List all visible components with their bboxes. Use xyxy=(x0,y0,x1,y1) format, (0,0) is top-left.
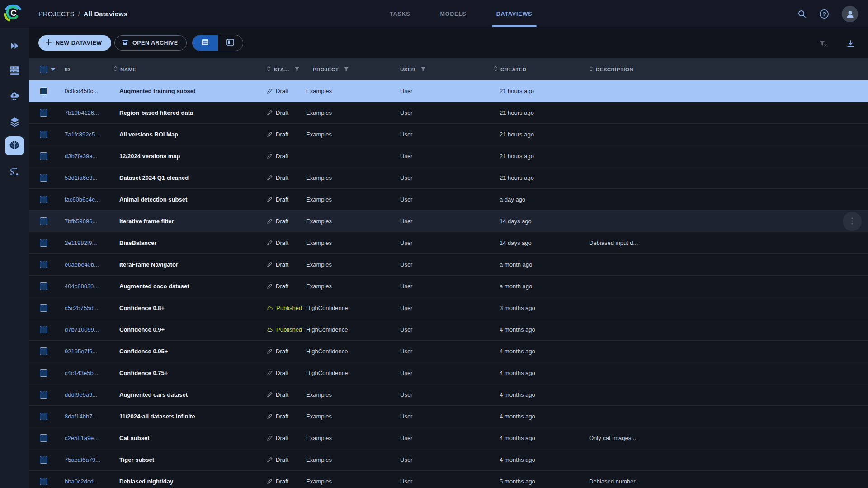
row-checkbox[interactable] xyxy=(40,131,47,138)
row-id-link[interactable]: d3b7fe39a... xyxy=(65,153,97,160)
sidebar-item-cloud-sync[interactable] xyxy=(4,86,25,108)
row-id-link[interactable]: fac60b6c4e... xyxy=(65,196,100,203)
table-row[interactable]: c4c143e5b...Confidence 0.75+DraftHighCon… xyxy=(29,362,868,384)
row-checkbox[interactable] xyxy=(40,434,47,442)
table-row[interactable]: 7bfb59096...Iterative frame filterDraftE… xyxy=(29,211,868,232)
table-row[interactable]: e0aebe40b...IteraFrame NavigatorDraftExa… xyxy=(29,254,868,276)
row-id-link[interactable]: 2e11982f9... xyxy=(65,239,97,246)
row-id-link[interactable]: c2e581a9e... xyxy=(65,435,99,441)
row-checkbox[interactable] xyxy=(40,196,47,203)
row-checkbox[interactable] xyxy=(40,152,47,160)
column-label-project: PROJECT xyxy=(313,67,339,72)
row-checkbox[interactable] xyxy=(40,239,47,247)
row-checkbox[interactable] xyxy=(40,478,47,485)
column-header-id[interactable]: ID xyxy=(58,67,113,72)
table-row[interactable]: dddf9e5a9...Augmented cars datasetDraftE… xyxy=(29,384,868,406)
funnel-icon[interactable] xyxy=(344,66,349,73)
column-header-user[interactable]: USER xyxy=(393,66,493,73)
row-id-link[interactable]: 7a1fc892c5... xyxy=(65,131,100,138)
row-id-link[interactable]: 75acaf6a79... xyxy=(65,456,100,463)
row-checkbox[interactable] xyxy=(40,174,47,182)
sort-icon[interactable] xyxy=(494,66,498,73)
row-id-link[interactable]: 92195e7f6... xyxy=(65,348,97,355)
row-id-link[interactable]: 8daf14bb7... xyxy=(65,413,97,420)
row-checkbox[interactable] xyxy=(40,456,47,464)
row-project: HighConfidence xyxy=(306,370,393,376)
row-id-link[interactable]: 53d1fa6e3... xyxy=(65,174,97,181)
row-checkbox[interactable] xyxy=(40,109,47,117)
sort-icon[interactable] xyxy=(589,66,593,73)
row-checkbox[interactable] xyxy=(40,217,47,225)
column-header-description[interactable]: DESCRIPTION xyxy=(582,66,868,73)
row-actions-button[interactable] xyxy=(843,212,862,231)
search-icon[interactable] xyxy=(797,9,807,19)
row-checkbox[interactable] xyxy=(40,347,47,355)
table-row[interactable]: 92195e7f6...Confidence 0.95+DraftHighCon… xyxy=(29,341,868,362)
row-id-link[interactable]: 7bfb59096... xyxy=(65,218,97,225)
breadcrumb-projects[interactable]: PROJECTS xyxy=(38,10,75,18)
row-id-link[interactable]: c5c2b755d... xyxy=(65,305,98,311)
sidebar-item-brain[interactable] xyxy=(5,136,24,155)
download-icon[interactable] xyxy=(847,40,854,47)
row-checkbox[interactable] xyxy=(40,87,47,95)
tab-dataviews[interactable]: DATAVIEWS xyxy=(492,0,537,28)
row-checkbox-cell xyxy=(29,109,58,117)
table-row[interactable]: 404c88030...Augmented coco datasetDraftE… xyxy=(29,276,868,297)
table-row[interactable]: 53d1fa6e3...Dataset 2024-Q1 cleanedDraft… xyxy=(29,167,868,189)
row-id-link[interactable]: dddf9e5a9... xyxy=(65,391,97,398)
user-avatar-icon[interactable] xyxy=(842,6,858,22)
sort-icon[interactable] xyxy=(113,66,118,73)
card-view-button[interactable] xyxy=(218,35,243,51)
row-checkbox[interactable] xyxy=(40,413,47,420)
table-row[interactable]: fac60b6c4e...Animal detection subsetDraf… xyxy=(29,189,868,211)
row-checkbox[interactable] xyxy=(40,261,47,268)
status-badge: Draft xyxy=(260,435,306,441)
column-header-name[interactable]: NAME xyxy=(113,66,260,73)
table-row[interactable]: 7b19b4126...Region-based filtered dataDr… xyxy=(29,102,868,124)
table-view-button[interactable] xyxy=(193,35,218,51)
row-id-link[interactable]: e0aebe40b... xyxy=(65,261,99,268)
sort-icon[interactable] xyxy=(267,66,271,73)
table-row[interactable]: 7a1fc892c5...All versions ROI MapDraftEx… xyxy=(29,124,868,145)
table-row[interactable]: d7b710099...Confidence 0.9+PublishedHigh… xyxy=(29,319,868,341)
caret-down-icon[interactable] xyxy=(51,68,55,71)
table-row[interactable]: 2e11982f9...BiasBalancerDraftExamplesUse… xyxy=(29,232,868,254)
select-all-checkbox[interactable] xyxy=(40,66,47,73)
clearml-logo-icon[interactable]: C xyxy=(3,3,23,23)
funnel-icon[interactable] xyxy=(420,66,426,73)
table-row[interactable]: d3b7fe39a...12/2024 versions mapDraftUse… xyxy=(29,145,868,167)
row-checkbox[interactable] xyxy=(40,304,47,312)
row-id-link[interactable]: bba0c2dcd... xyxy=(65,478,98,485)
column-header-status[interactable]: STA… xyxy=(260,66,306,73)
table-row[interactable]: 8daf14bb7...11/2024-all datasets infinit… xyxy=(29,406,868,427)
row-checkbox[interactable] xyxy=(40,282,47,290)
row-id-link[interactable]: d7b710099... xyxy=(65,326,99,333)
sidebar-item-fast-forward[interactable] xyxy=(4,36,25,57)
sidebar-item-layers[interactable] xyxy=(4,112,25,133)
row-id-link[interactable]: 7b19b4126... xyxy=(65,109,99,116)
funnel-icon[interactable] xyxy=(294,66,300,73)
sidebar-item-pipeline[interactable] xyxy=(4,161,25,183)
row-checkbox[interactable] xyxy=(40,326,47,333)
column-header-created[interactable]: CREATED xyxy=(493,66,582,73)
table-row[interactable]: bba0c2dcd...Debiased night/dayDraftExamp… xyxy=(29,471,868,488)
table-row[interactable]: 75acaf6a79...Tiger subsetDraftExamplesUs… xyxy=(29,449,868,471)
status-label: Draft xyxy=(276,413,288,420)
tab-models[interactable]: MODELS xyxy=(435,0,471,28)
row-checkbox[interactable] xyxy=(40,391,47,399)
table-row[interactable]: c2e581a9e...Cat subsetDraftExamplesUser4… xyxy=(29,427,868,449)
filter-clear-icon[interactable] xyxy=(819,40,827,47)
open-archive-button[interactable]: OPEN ARCHIVE xyxy=(114,35,187,51)
row-id-link[interactable]: 0c0cd450c... xyxy=(65,88,98,94)
table-row[interactable]: c5c2b755d...Confidence 0.8+PublishedHigh… xyxy=(29,297,868,319)
new-dataview-button[interactable]: NEW DATAVIEW xyxy=(38,35,111,51)
help-icon[interactable]: ? xyxy=(819,9,829,19)
column-header-project[interactable]: PROJECT xyxy=(306,66,393,73)
row-id-link[interactable]: 404c88030... xyxy=(65,283,99,290)
tab-tasks[interactable]: TASKS xyxy=(385,0,415,28)
row-name: Confidence 0.9+ xyxy=(113,326,260,333)
table-row[interactable]: 0c0cd450c...Augmented training subsetDra… xyxy=(29,80,868,102)
sidebar-item-server-rack[interactable] xyxy=(4,60,25,82)
row-checkbox[interactable] xyxy=(40,369,47,377)
row-id-link[interactable]: c4c143e5b... xyxy=(65,370,98,376)
